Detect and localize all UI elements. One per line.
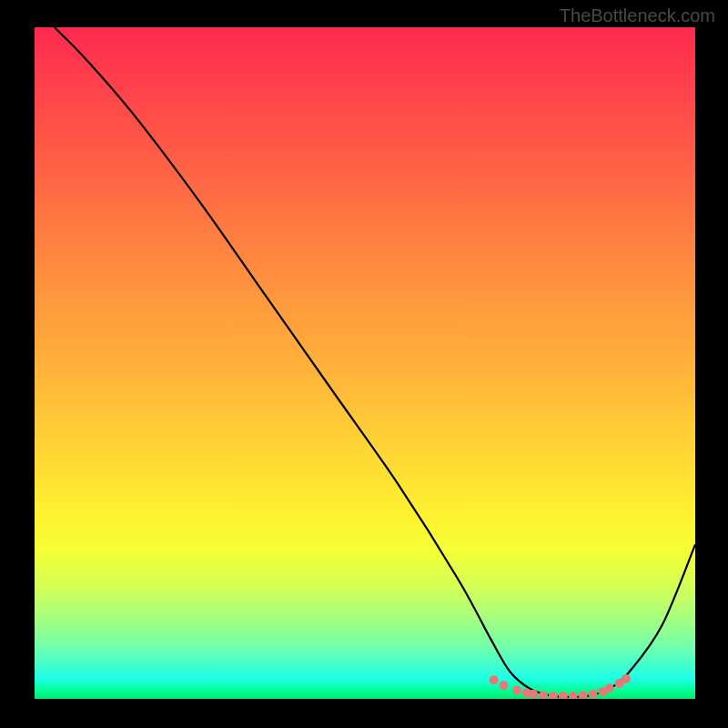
optimal-point	[569, 692, 578, 699]
optimal-point	[605, 683, 614, 693]
optimal-point	[579, 691, 588, 699]
optimal-point	[490, 675, 499, 684]
optimal-point	[549, 692, 558, 699]
chart-plot-area	[35, 27, 695, 699]
curve-svg	[35, 27, 695, 699]
optimal-point	[529, 690, 538, 699]
optimal-point	[622, 674, 631, 683]
optimal-point	[559, 692, 568, 699]
optimal-points-group	[490, 674, 631, 699]
optimal-point	[512, 685, 521, 694]
bottleneck-curve	[55, 27, 695, 697]
watermark-text: TheBottleneck.com	[560, 5, 715, 26]
optimal-point	[500, 681, 509, 690]
optimal-point	[589, 690, 598, 699]
